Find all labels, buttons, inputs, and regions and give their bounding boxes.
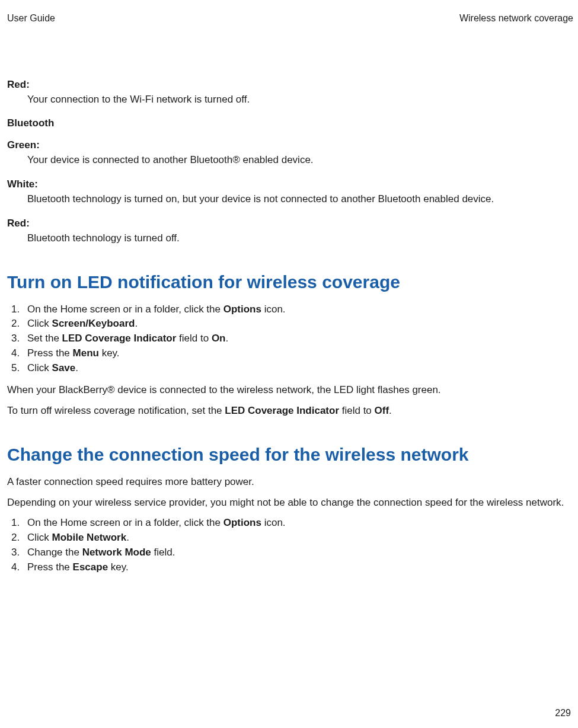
bt-green-label: Green [7, 139, 36, 151]
bt-green-desc: Your device is connected to another Blue… [7, 154, 573, 167]
wifi-red-label: Red [7, 79, 26, 90]
list-item: Press the Escape key. [23, 561, 573, 574]
list-item: Click Save. [23, 362, 573, 375]
bt-red-label: Red [7, 218, 26, 229]
list-item: Change the Network Mode field. [23, 546, 573, 560]
page-number: 229 [555, 707, 571, 720]
bt-green-term: Green: [7, 139, 573, 152]
section-speed-title: Change the connection speed for the wire… [7, 443, 573, 467]
list-item: Set the LED Coverage Indicator field to … [23, 332, 573, 346]
speed-intro-2: Depending on your wireless service provi… [7, 496, 573, 510]
bt-white-desc: Bluetooth technology is turned on, but y… [7, 193, 573, 206]
section-led-title: Turn on LED notification for wireless co… [7, 270, 573, 295]
wifi-red-desc: Your connection to the Wi-Fi network is … [7, 93, 573, 107]
led-after-2: To turn off wireless coverage notificati… [7, 404, 573, 418]
page-header: User Guide Wireless network coverage [7, 12, 573, 25]
header-left: User Guide [7, 12, 55, 25]
bt-red-term: Red: [7, 217, 573, 231]
bt-white-label: White [7, 178, 34, 190]
wifi-red-term: Red: [7, 78, 573, 92]
speed-steps: On the Home screen or in a folder, click… [7, 516, 573, 574]
header-right: Wireless network coverage [459, 12, 573, 25]
list-item: Press the Menu key. [23, 347, 573, 360]
bt-green-block: Green: Your device is connected to anoth… [7, 139, 573, 167]
led-steps: On the Home screen or in a folder, click… [7, 303, 573, 376]
bt-white-block: White: Bluetooth technology is turned on… [7, 178, 573, 206]
wifi-red-block: Red: Your connection to the Wi-Fi networ… [7, 78, 573, 107]
bt-red-desc: Bluetooth technology is turned off. [7, 232, 573, 245]
bt-white-term: White: [7, 178, 573, 191]
list-item: On the Home screen or in a folder, click… [23, 516, 573, 530]
led-after-1: When your BlackBerry® device is connecte… [7, 384, 573, 397]
list-item: Click Mobile Network. [23, 531, 573, 545]
bluetooth-heading: Bluetooth [7, 117, 573, 130]
speed-intro-1: A faster connection speed requires more … [7, 475, 573, 489]
list-item: Click Screen/Keyboard. [23, 317, 573, 331]
bt-red-block: Red: Bluetooth technology is turned off. [7, 217, 573, 245]
page: User Guide Wireless network coverage Red… [0, 0, 578, 728]
list-item: On the Home screen or in a folder, click… [23, 303, 573, 317]
